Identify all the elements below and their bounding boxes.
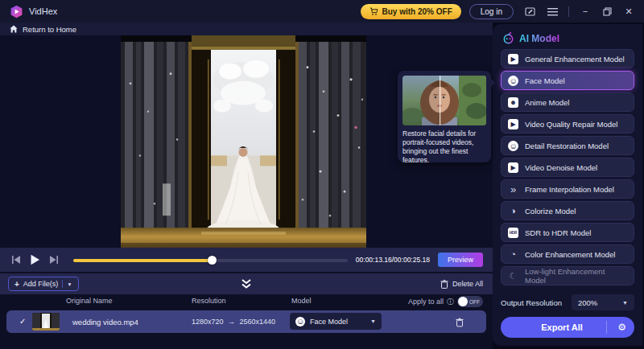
column-model: Model xyxy=(291,297,312,305)
face-icon: ☺ xyxy=(295,317,305,326)
model-item-video-denoise[interactable]: ▶ Video Denoise Model xyxy=(501,158,634,177)
file-table-header: Original Name Resolution Model Apply to … xyxy=(0,294,493,309)
home-icon xyxy=(10,25,18,33)
resolution-to: 2560x1440 xyxy=(240,318,276,326)
delete-all-label: Delete All xyxy=(452,280,483,288)
output-resolution-label: Output Resolution xyxy=(501,298,562,307)
output-resolution-value: 200% xyxy=(578,298,597,307)
gear-icon[interactable]: ⚙ xyxy=(617,321,626,334)
robot-icon xyxy=(502,32,514,44)
add-files-caret-icon[interactable]: ▼ xyxy=(67,281,72,287)
buy-button-label: Buy with 20% OFF xyxy=(382,7,452,16)
row-delete-button[interactable] xyxy=(456,316,464,331)
palette-icon: ◑ xyxy=(508,206,518,216)
add-files-label: Add File(s) xyxy=(23,280,59,288)
sidebar-title: AI Model xyxy=(519,33,559,44)
apply-to-all-toggle[interactable]: OFF xyxy=(457,296,483,307)
toggle-knob xyxy=(458,297,468,306)
model-label: Frame Interpolation Model xyxy=(525,185,614,194)
export-all-button[interactable]: Export All ⚙ xyxy=(501,317,634,338)
tooltip-arrow xyxy=(491,79,495,87)
return-home-button[interactable]: Return to Home xyxy=(0,23,493,35)
model-label: Video Denoise Model xyxy=(525,163,597,172)
close-button[interactable]: ✕ xyxy=(623,6,634,17)
output-resolution-select[interactable]: 200% ▼ xyxy=(572,294,634,310)
menu-icon[interactable] xyxy=(546,5,559,18)
timeline-handle[interactable] xyxy=(208,256,217,265)
buy-button[interactable]: Buy with 20% OFF xyxy=(361,4,461,19)
file-row[interactable]: ✓ wedding video.mp4 1280x720 → 2560x1440… xyxy=(6,310,486,333)
login-button-label: Log in xyxy=(481,7,502,16)
model-item-detail-restoration[interactable]: ☺ Detail Restoration Model xyxy=(501,136,634,155)
row-model-value: Face Model xyxy=(310,318,348,326)
video-icon: ▶ xyxy=(508,54,518,64)
model-label: Color Enhancement Model xyxy=(525,250,615,259)
model-item-frame-interpolation[interactable]: » Frame Interpolation Model xyxy=(501,179,634,199)
cart-icon xyxy=(369,7,378,16)
app-name: VidHex xyxy=(29,6,57,16)
file-resolution: 1280x720 → 2560x1440 xyxy=(192,318,275,326)
tooltip-text: Restore facial details for portrait-focu… xyxy=(402,129,486,165)
delete-all-button[interactable]: Delete All xyxy=(440,273,483,294)
palette-icon: ◔ xyxy=(508,249,518,259)
model-item-video-quality-repair[interactable]: ▶ Video Quality Repair Model xyxy=(501,114,634,133)
app-logo-icon xyxy=(10,5,23,18)
video-preview[interactable] xyxy=(121,35,366,248)
trash-icon xyxy=(440,280,448,289)
model-item-colorize[interactable]: ◑ Colorize Model xyxy=(501,201,634,220)
model-item-color-enhancement[interactable]: ◔ Color Enhancement Model xyxy=(501,244,634,264)
preview-button[interactable]: Preview xyxy=(438,253,483,267)
face-icon: ☺ xyxy=(508,141,518,151)
feedback-icon[interactable] xyxy=(523,5,536,18)
model-item-low-light-enhancement[interactable]: ☾ Low-light Enhancement Model xyxy=(501,266,634,285)
tooltip-face-image xyxy=(402,76,486,125)
model-label: Face Model xyxy=(525,76,565,85)
video-icon: ▶ xyxy=(508,162,518,173)
return-home-label: Return to Home xyxy=(23,25,76,34)
model-label: SDR to HDR Model xyxy=(525,228,591,237)
preview-button-label: Preview xyxy=(448,256,473,264)
export-divider xyxy=(606,321,607,334)
anime-face-icon: ☻ xyxy=(508,97,518,108)
model-label: Anime Model xyxy=(525,98,569,107)
output-resolution-caret-icon: ▼ xyxy=(622,300,628,306)
face-model-tooltip: Restore facial details for portrait-focu… xyxy=(398,71,491,162)
model-label: Colorize Model xyxy=(525,207,576,216)
model-item-general-enhancement[interactable]: ▶ General Enhancement Model xyxy=(501,49,634,68)
face-icon: ☺ xyxy=(508,76,518,86)
minimize-button[interactable]: − xyxy=(580,6,591,17)
next-frame-button[interactable] xyxy=(47,253,60,266)
moon-icon: ☾ xyxy=(508,271,518,281)
timeline-progress xyxy=(73,259,212,262)
login-button[interactable]: Log in xyxy=(469,4,514,19)
add-files-divider xyxy=(62,280,63,288)
row-model-dropdown[interactable]: ☺ Face Model ▼ xyxy=(290,313,382,330)
playback-bar: 00:00:13.16/00:00:25.18 Preview xyxy=(0,248,493,272)
video-thumbnail xyxy=(32,313,60,331)
add-files-button[interactable]: + Add File(s) ▼ xyxy=(8,277,79,291)
video-icon: ▶ xyxy=(508,119,518,129)
restore-button[interactable] xyxy=(601,6,613,17)
model-label: General Enhancement Model xyxy=(525,55,625,64)
previous-frame-button[interactable] xyxy=(10,253,23,266)
play-button[interactable] xyxy=(28,253,41,266)
file-name: wedding video.mp4 xyxy=(72,318,138,326)
column-original-name: Original Name xyxy=(66,297,113,305)
model-label: Video Quality Repair Model xyxy=(525,120,617,129)
model-item-sdr-to-hdr[interactable]: HDR SDR to HDR Model xyxy=(501,223,634,242)
model-item-anime[interactable]: ☻ Anime Model xyxy=(501,92,634,112)
export-all-label: Export All xyxy=(541,322,583,332)
info-icon[interactable]: ⓘ xyxy=(447,297,454,307)
timeline-slider[interactable] xyxy=(73,255,348,265)
row-checkmark[interactable]: ✓ xyxy=(19,317,26,326)
time-display: 00:00:13.16/00:00:25.18 xyxy=(356,256,430,264)
collapse-panel-button[interactable] xyxy=(241,278,252,293)
ai-model-sidebar: AI Model ▶ General Enhancement Model ☺ F… xyxy=(493,24,642,346)
column-resolution: Resolution xyxy=(192,297,226,305)
resolution-arrow-icon: → xyxy=(228,318,235,326)
sidebar-header: AI Model xyxy=(502,32,559,44)
model-item-face[interactable]: ☺ Face Model xyxy=(501,71,634,90)
hdr-badge-icon: HDR xyxy=(508,228,518,238)
apply-to-all-label: Apply to all xyxy=(408,298,444,306)
model-label: Detail Restoration Model xyxy=(525,142,609,150)
